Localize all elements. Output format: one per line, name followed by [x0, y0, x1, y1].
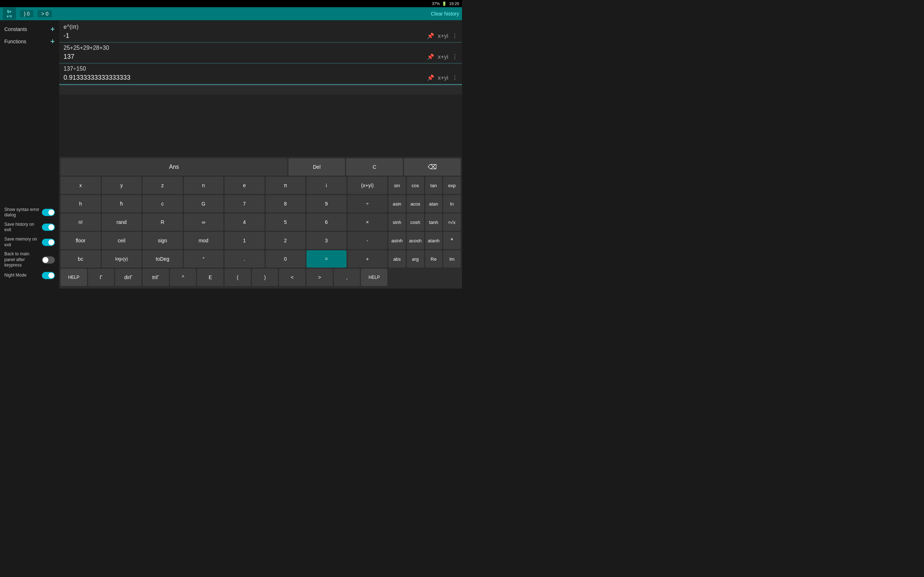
add-function-button[interactable]: + [50, 37, 55, 45]
key-E[interactable]: E [197, 269, 223, 286]
key-atanh[interactable]: atanh [425, 232, 443, 249]
key-star[interactable]: * [443, 232, 460, 249]
key-help-left[interactable]: HELP [61, 269, 87, 286]
key-comma[interactable]: , [334, 269, 360, 286]
key-z[interactable]: z [142, 177, 183, 194]
c-key[interactable]: C [346, 158, 403, 176]
key-asinh[interactable]: asinh [388, 232, 406, 249]
key-2[interactable]: 2 [266, 232, 306, 249]
key-cosh[interactable]: cosh [407, 213, 424, 231]
key-dot[interactable]: . [225, 250, 265, 268]
key-mod[interactable]: mod [184, 232, 224, 249]
compare-mode-button[interactable]: > 0 [37, 10, 52, 17]
key-open-paren[interactable]: ( [225, 269, 251, 286]
key-toDeg[interactable]: toDeg [142, 250, 183, 268]
key-R[interactable]: R [142, 213, 183, 231]
backspace-key[interactable]: ⌫ [404, 158, 460, 176]
history-result-row-1: -1 📌 x+yi ⋮ [59, 31, 462, 42]
night-mode-toggle[interactable] [42, 272, 55, 279]
key-sin[interactable]: sin [388, 177, 406, 194]
key-floor[interactable]: floor [61, 232, 101, 249]
key-bc[interactable]: bc [61, 250, 101, 268]
key-6[interactable]: 6 [307, 213, 347, 231]
history-entry-3: 137÷150 0.91333333333333333 📌 x+yi ⋮ [59, 63, 462, 84]
key-abs[interactable]: abs [388, 250, 406, 268]
key-trigamma[interactable]: triΓ [142, 269, 169, 286]
app-logo: 5+e·π [3, 8, 16, 20]
key-nthroot[interactable]: n√x [443, 213, 460, 231]
key-row-4: floor ceil sign mod 1 2 3 - [61, 232, 387, 249]
key-ceil[interactable]: ceil [102, 232, 142, 249]
key-7[interactable]: 7 [225, 195, 265, 213]
key-factorial[interactable]: n! [61, 213, 101, 231]
more-button-3[interactable]: ⋮ [451, 74, 459, 82]
clear-history-button[interactable]: Clear history [431, 11, 459, 16]
key-minus[interactable]: - [347, 232, 388, 249]
key-complex[interactable]: (x+yi) [347, 177, 388, 194]
key-divide[interactable]: ÷ [347, 195, 388, 213]
key-asin[interactable]: asin [388, 195, 406, 213]
key-acosh[interactable]: acosh [407, 232, 424, 249]
current-input[interactable] [59, 84, 462, 95]
del-key[interactable]: Del [288, 158, 345, 176]
key-cos[interactable]: cos [407, 177, 424, 194]
key-3[interactable]: 3 [307, 232, 347, 249]
key-x[interactable]: x [61, 177, 101, 194]
key-help-right[interactable]: HELP [361, 269, 387, 286]
key-y[interactable]: y [102, 177, 142, 194]
key-sign[interactable]: sign [142, 232, 183, 249]
key-Im[interactable]: Im [443, 250, 460, 268]
more-button-1[interactable]: ⋮ [451, 32, 459, 40]
key-multiply[interactable]: × [347, 213, 388, 231]
key-G[interactable]: G [184, 195, 224, 213]
key-rand[interactable]: rand [102, 213, 142, 231]
key-less-than[interactable]: < [279, 269, 305, 286]
key-h[interactable]: h [61, 195, 101, 213]
key-digamma[interactable]: dirΓ [115, 269, 142, 286]
key-5[interactable]: 5 [266, 213, 306, 231]
key-gamma[interactable]: Γ [88, 269, 115, 286]
key-9[interactable]: 9 [307, 195, 347, 213]
key-tanh[interactable]: tanh [425, 213, 443, 231]
key-infinity[interactable]: ∞ [184, 213, 224, 231]
save-memory-toggle[interactable] [42, 239, 55, 246]
key-greater-than[interactable]: > [307, 269, 333, 286]
key-n[interactable]: n [184, 177, 224, 194]
key-close-paren[interactable]: ) [252, 269, 278, 286]
reuse-button-2[interactable]: x+yi [436, 53, 450, 61]
key-sinh[interactable]: sinh [388, 213, 406, 231]
key-equals[interactable]: = [307, 250, 347, 268]
add-constant-button[interactable]: + [50, 25, 55, 33]
key-exp[interactable]: exp [443, 177, 460, 194]
save-history-toggle[interactable] [42, 224, 55, 231]
back-main-toggle[interactable] [42, 256, 55, 264]
more-button-2[interactable]: ⋮ [451, 53, 459, 61]
key-ln[interactable]: ln [443, 195, 460, 213]
key-degree[interactable]: ° [184, 250, 224, 268]
key-4[interactable]: 4 [225, 213, 265, 231]
ans-key[interactable]: Ans [61, 158, 287, 176]
complex-mode-button[interactable]: ) 0 [20, 10, 33, 17]
key-Re[interactable]: Re [425, 250, 443, 268]
pin-button-1[interactable]: 📌 [426, 32, 436, 40]
reuse-button-1[interactable]: x+yi [436, 32, 450, 40]
key-atan[interactable]: atan [425, 195, 443, 213]
reuse-button-3[interactable]: x+yi [436, 74, 450, 82]
key-arg[interactable]: arg [407, 250, 424, 268]
key-1[interactable]: 1 [225, 232, 265, 249]
show-syntax-error-toggle[interactable] [42, 209, 55, 216]
key-acos[interactable]: acos [407, 195, 424, 213]
key-e[interactable]: e [225, 177, 265, 194]
key-logxy[interactable]: logx(y) [102, 250, 142, 268]
key-0[interactable]: 0 [266, 250, 306, 268]
key-power[interactable]: ^ [170, 269, 196, 286]
key-c[interactable]: c [142, 195, 183, 213]
key-hbar[interactable]: ħ [102, 195, 142, 213]
key-tan[interactable]: tan [425, 177, 443, 194]
pin-button-2[interactable]: 📌 [426, 53, 436, 61]
key-pi[interactable]: π [266, 177, 306, 194]
key-8[interactable]: 8 [266, 195, 306, 213]
key-i[interactable]: i [307, 177, 347, 194]
pin-button-3[interactable]: 📌 [426, 74, 436, 82]
key-plus[interactable]: + [347, 250, 388, 268]
